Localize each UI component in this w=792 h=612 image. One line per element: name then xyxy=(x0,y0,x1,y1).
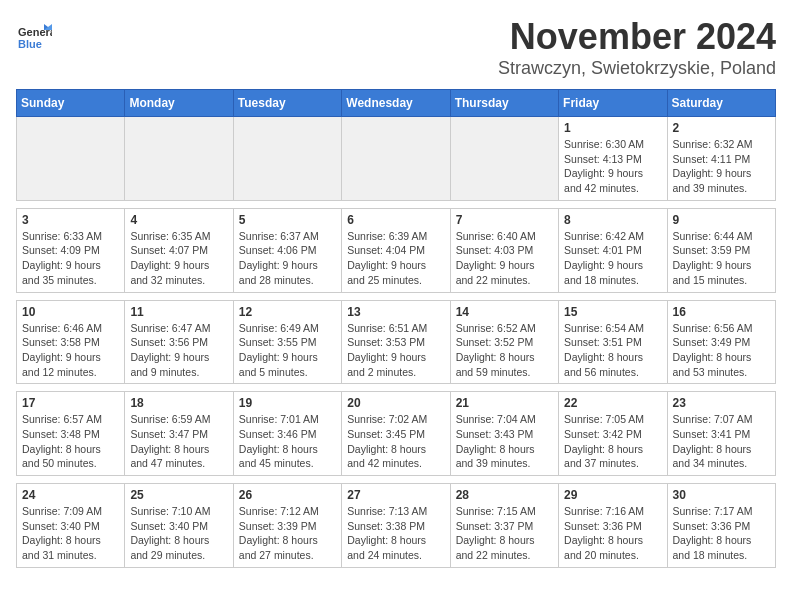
day-number: 21 xyxy=(456,396,553,410)
day-info: Sunrise: 6:42 AMSunset: 4:01 PMDaylight:… xyxy=(564,229,661,288)
day-info: Sunrise: 7:01 AMSunset: 3:46 PMDaylight:… xyxy=(239,412,336,471)
day-number: 5 xyxy=(239,213,336,227)
calendar-cell xyxy=(125,117,233,201)
day-info: Sunrise: 6:51 AMSunset: 3:53 PMDaylight:… xyxy=(347,321,444,380)
day-info: Sunrise: 7:05 AMSunset: 3:42 PMDaylight:… xyxy=(564,412,661,471)
day-number: 30 xyxy=(673,488,770,502)
day-number: 2 xyxy=(673,121,770,135)
calendar-cell: 28Sunrise: 7:15 AMSunset: 3:37 PMDayligh… xyxy=(450,484,558,568)
calendar-cell xyxy=(233,117,341,201)
calendar-cell: 6Sunrise: 6:39 AMSunset: 4:04 PMDaylight… xyxy=(342,208,450,292)
week-divider xyxy=(17,384,776,392)
calendar-cell: 12Sunrise: 6:49 AMSunset: 3:55 PMDayligh… xyxy=(233,300,341,384)
calendar-cell: 26Sunrise: 7:12 AMSunset: 3:39 PMDayligh… xyxy=(233,484,341,568)
calendar-cell: 5Sunrise: 6:37 AMSunset: 4:06 PMDaylight… xyxy=(233,208,341,292)
calendar-cell: 21Sunrise: 7:04 AMSunset: 3:43 PMDayligh… xyxy=(450,392,558,476)
calendar-cell: 29Sunrise: 7:16 AMSunset: 3:36 PMDayligh… xyxy=(559,484,667,568)
day-info: Sunrise: 6:39 AMSunset: 4:04 PMDaylight:… xyxy=(347,229,444,288)
day-number: 18 xyxy=(130,396,227,410)
day-info: Sunrise: 6:59 AMSunset: 3:47 PMDaylight:… xyxy=(130,412,227,471)
logo-icon: General Blue xyxy=(16,20,52,56)
calendar-cell: 24Sunrise: 7:09 AMSunset: 3:40 PMDayligh… xyxy=(17,484,125,568)
weekday-header: Tuesday xyxy=(233,90,341,117)
day-number: 7 xyxy=(456,213,553,227)
weekday-header: Saturday xyxy=(667,90,775,117)
day-info: Sunrise: 7:10 AMSunset: 3:40 PMDaylight:… xyxy=(130,504,227,563)
calendar-cell: 4Sunrise: 6:35 AMSunset: 4:07 PMDaylight… xyxy=(125,208,233,292)
location-title: Strawczyn, Swietokrzyskie, Poland xyxy=(498,58,776,79)
calendar-cell: 20Sunrise: 7:02 AMSunset: 3:45 PMDayligh… xyxy=(342,392,450,476)
weekday-header: Thursday xyxy=(450,90,558,117)
calendar-cell: 10Sunrise: 6:46 AMSunset: 3:58 PMDayligh… xyxy=(17,300,125,384)
weekday-header: Wednesday xyxy=(342,90,450,117)
calendar-week-row: 24Sunrise: 7:09 AMSunset: 3:40 PMDayligh… xyxy=(17,484,776,568)
day-info: Sunrise: 6:52 AMSunset: 3:52 PMDaylight:… xyxy=(456,321,553,380)
day-number: 25 xyxy=(130,488,227,502)
day-number: 14 xyxy=(456,305,553,319)
week-divider xyxy=(17,200,776,208)
day-info: Sunrise: 6:37 AMSunset: 4:06 PMDaylight:… xyxy=(239,229,336,288)
day-number: 29 xyxy=(564,488,661,502)
day-number: 1 xyxy=(564,121,661,135)
calendar-cell: 1Sunrise: 6:30 AMSunset: 4:13 PMDaylight… xyxy=(559,117,667,201)
day-number: 28 xyxy=(456,488,553,502)
calendar-cell: 27Sunrise: 7:13 AMSunset: 3:38 PMDayligh… xyxy=(342,484,450,568)
day-number: 26 xyxy=(239,488,336,502)
day-info: Sunrise: 6:46 AMSunset: 3:58 PMDaylight:… xyxy=(22,321,119,380)
day-number: 17 xyxy=(22,396,119,410)
day-info: Sunrise: 6:47 AMSunset: 3:56 PMDaylight:… xyxy=(130,321,227,380)
day-info: Sunrise: 6:54 AMSunset: 3:51 PMDaylight:… xyxy=(564,321,661,380)
calendar-table: SundayMondayTuesdayWednesdayThursdayFrid… xyxy=(16,89,776,568)
calendar-cell xyxy=(450,117,558,201)
day-number: 15 xyxy=(564,305,661,319)
calendar-cell: 15Sunrise: 6:54 AMSunset: 3:51 PMDayligh… xyxy=(559,300,667,384)
calendar-cell: 11Sunrise: 6:47 AMSunset: 3:56 PMDayligh… xyxy=(125,300,233,384)
calendar-week-row: 1Sunrise: 6:30 AMSunset: 4:13 PMDaylight… xyxy=(17,117,776,201)
calendar-cell: 2Sunrise: 6:32 AMSunset: 4:11 PMDaylight… xyxy=(667,117,775,201)
month-title: November 2024 xyxy=(498,16,776,58)
day-info: Sunrise: 7:17 AMSunset: 3:36 PMDaylight:… xyxy=(673,504,770,563)
calendar-cell: 8Sunrise: 6:42 AMSunset: 4:01 PMDaylight… xyxy=(559,208,667,292)
day-info: Sunrise: 7:07 AMSunset: 3:41 PMDaylight:… xyxy=(673,412,770,471)
day-number: 23 xyxy=(673,396,770,410)
calendar-cell: 13Sunrise: 6:51 AMSunset: 3:53 PMDayligh… xyxy=(342,300,450,384)
calendar-cell: 17Sunrise: 6:57 AMSunset: 3:48 PMDayligh… xyxy=(17,392,125,476)
day-number: 12 xyxy=(239,305,336,319)
calendar-cell: 23Sunrise: 7:07 AMSunset: 3:41 PMDayligh… xyxy=(667,392,775,476)
calendar-cell: 25Sunrise: 7:10 AMSunset: 3:40 PMDayligh… xyxy=(125,484,233,568)
calendar-cell: 18Sunrise: 6:59 AMSunset: 3:47 PMDayligh… xyxy=(125,392,233,476)
day-number: 8 xyxy=(564,213,661,227)
calendar-cell xyxy=(17,117,125,201)
day-number: 6 xyxy=(347,213,444,227)
week-divider xyxy=(17,476,776,484)
day-info: Sunrise: 6:49 AMSunset: 3:55 PMDaylight:… xyxy=(239,321,336,380)
weekday-header: Sunday xyxy=(17,90,125,117)
logo: General Blue xyxy=(16,20,52,56)
day-number: 20 xyxy=(347,396,444,410)
day-info: Sunrise: 6:33 AMSunset: 4:09 PMDaylight:… xyxy=(22,229,119,288)
day-info: Sunrise: 6:57 AMSunset: 3:48 PMDaylight:… xyxy=(22,412,119,471)
day-info: Sunrise: 7:16 AMSunset: 3:36 PMDaylight:… xyxy=(564,504,661,563)
weekday-header: Friday xyxy=(559,90,667,117)
day-number: 4 xyxy=(130,213,227,227)
svg-text:Blue: Blue xyxy=(18,38,42,50)
day-info: Sunrise: 6:44 AMSunset: 3:59 PMDaylight:… xyxy=(673,229,770,288)
calendar-cell: 19Sunrise: 7:01 AMSunset: 3:46 PMDayligh… xyxy=(233,392,341,476)
day-info: Sunrise: 6:56 AMSunset: 3:49 PMDaylight:… xyxy=(673,321,770,380)
week-divider xyxy=(17,292,776,300)
day-info: Sunrise: 7:02 AMSunset: 3:45 PMDaylight:… xyxy=(347,412,444,471)
day-number: 27 xyxy=(347,488,444,502)
header: General Blue November 2024 Strawczyn, Sw… xyxy=(16,16,776,79)
day-number: 9 xyxy=(673,213,770,227)
day-info: Sunrise: 7:12 AMSunset: 3:39 PMDaylight:… xyxy=(239,504,336,563)
day-info: Sunrise: 7:13 AMSunset: 3:38 PMDaylight:… xyxy=(347,504,444,563)
calendar-week-row: 10Sunrise: 6:46 AMSunset: 3:58 PMDayligh… xyxy=(17,300,776,384)
day-info: Sunrise: 7:09 AMSunset: 3:40 PMDaylight:… xyxy=(22,504,119,563)
day-number: 24 xyxy=(22,488,119,502)
calendar-cell: 7Sunrise: 6:40 AMSunset: 4:03 PMDaylight… xyxy=(450,208,558,292)
calendar-cell: 30Sunrise: 7:17 AMSunset: 3:36 PMDayligh… xyxy=(667,484,775,568)
weekday-header: Monday xyxy=(125,90,233,117)
day-info: Sunrise: 7:04 AMSunset: 3:43 PMDaylight:… xyxy=(456,412,553,471)
day-number: 16 xyxy=(673,305,770,319)
day-number: 10 xyxy=(22,305,119,319)
